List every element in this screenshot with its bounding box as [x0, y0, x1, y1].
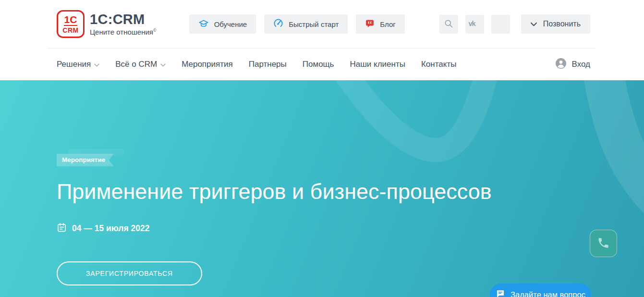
empty-icon-button[interactable]: [491, 15, 510, 34]
speedometer-icon: [273, 18, 283, 30]
user-icon: [555, 58, 567, 72]
chevron-down-icon: [94, 63, 99, 67]
nav-item-all-about-crm[interactable]: Всё о CRM: [115, 60, 166, 69]
chat-icon: [496, 289, 505, 297]
logo-tagline: Цените отношения©: [90, 28, 157, 36]
nav-item-solutions[interactable]: Решения: [57, 60, 99, 69]
main-nav: Решения Всё о CRM Мероприятия Партнеры П…: [0, 48, 644, 80]
logo[interactable]: 1С CRM 1C:CRM Цените отношения©: [57, 10, 157, 38]
hero-section: Мероприятие Применение триггеров и бизне…: [0, 80, 644, 297]
login-button[interactable]: Вход: [555, 58, 590, 72]
event-badge: Мероприятие: [57, 154, 113, 166]
chevron-down-icon: [531, 22, 537, 26]
search-button[interactable]: [439, 15, 458, 34]
blog-button[interactable]: Блог: [356, 14, 404, 34]
login-label: Вход: [572, 60, 590, 69]
page-title: Применение триггеров и бизнес-процессов: [57, 179, 590, 204]
header-quick-links: Обучение Быстрый старт Блог: [189, 14, 405, 34]
logo-title: 1C:CRM: [90, 12, 157, 26]
call-button-label: Позвонить: [543, 20, 581, 28]
register-button[interactable]: ЗАРЕГИСТРИРОВАТЬСЯ: [57, 261, 202, 285]
svg-text:vk: vk: [469, 19, 476, 27]
calendar-icon: [57, 223, 67, 235]
blog-bubble-icon: [365, 19, 375, 30]
logo-1c-crm-icon: 1С CRM: [57, 10, 85, 38]
call-button[interactable]: Позвонить: [521, 14, 590, 34]
phone-icon: [597, 236, 610, 251]
nav-item-events[interactable]: Мероприятия: [182, 60, 233, 69]
logo-box-top: 1С: [64, 14, 78, 26]
site-header: 1С CRM 1C:CRM Цените отношения© Обучение: [0, 0, 644, 48]
search-icon: [444, 19, 453, 30]
nav-item-contacts[interactable]: Контакты: [421, 60, 456, 69]
event-dates-label: 04 — 15 июля 2022: [72, 223, 149, 234]
training-button-label: Обучение: [214, 20, 247, 28]
phone-fab-button[interactable]: [590, 230, 617, 257]
chevron-down-icon: [160, 63, 166, 67]
blog-button-label: Блог: [380, 20, 395, 28]
page: 1С CRM 1C:CRM Цените отношения© Обучение: [0, 0, 644, 297]
header-icon-buttons: vk: [439, 15, 510, 34]
copyright-mark: ©: [153, 28, 157, 33]
event-dates: 04 — 15 июля 2022: [57, 223, 590, 235]
quick-start-button[interactable]: Быстрый старт: [264, 14, 348, 34]
vk-icon: vk: [468, 19, 481, 29]
quick-start-button-label: Быстрый старт: [289, 20, 339, 28]
graduation-cap-icon: [198, 18, 209, 30]
chat-widget-label: Задайте нам вопрос: [510, 290, 585, 297]
nav-item-our-clients[interactable]: Наши клиенты: [350, 60, 405, 69]
nav-item-help[interactable]: Помощь: [303, 60, 334, 69]
vk-button[interactable]: vk: [465, 15, 484, 34]
nav-item-partners[interactable]: Партнеры: [249, 60, 287, 69]
chat-widget-button[interactable]: Задайте нам вопрос: [490, 284, 591, 297]
logo-box-bottom: CRM: [62, 27, 78, 34]
training-button[interactable]: Обучение: [189, 14, 256, 34]
